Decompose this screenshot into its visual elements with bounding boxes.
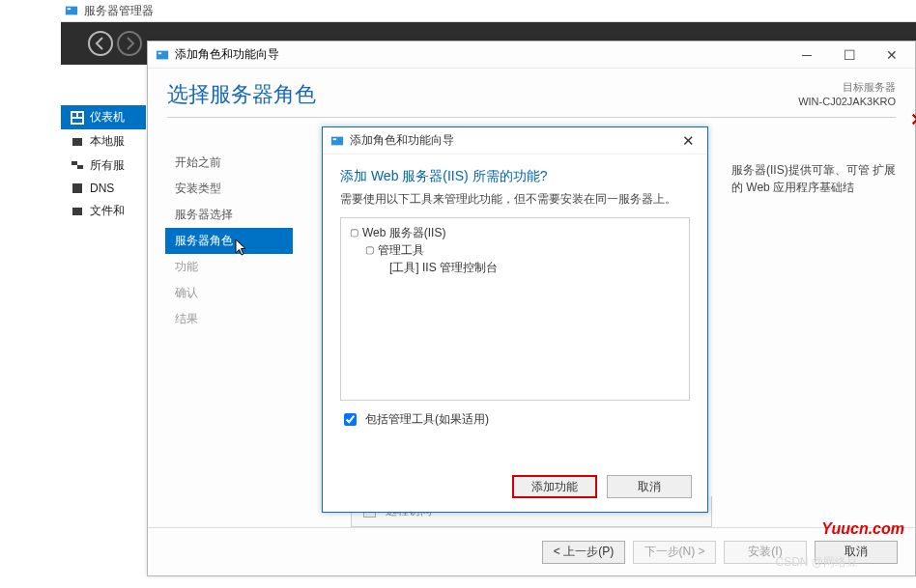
tree-expand-icon[interactable]: ▢ [364, 241, 374, 259]
step-label: 安装类型 [175, 182, 221, 195]
popup-titlebar[interactable]: 添加角色和功能向导 ✕ [323, 127, 707, 154]
popup-subtext: 需要使用以下工具来管理此功能，但不需要安装在同一服务器上。 [323, 191, 707, 217]
wizard-title: 添加角色和功能向导 [175, 46, 279, 63]
wizard-maximize-button[interactable]: ☐ [828, 42, 871, 69]
features-tree[interactable]: ▢ Web 服务器(IIS) ▢ 管理工具 [工具] IIS 管理控制台 [340, 217, 690, 401]
servers-icon [71, 159, 84, 173]
role-description: 服务器(IIS)提供可靠、可管 扩展的 Web 应用程序基础结 [731, 161, 896, 196]
step-label: 开始之前 [175, 155, 221, 169]
tree-node-label: [工具] IIS 管理控制台 [389, 259, 498, 276]
step-result: 结果 [165, 306, 293, 332]
sidebar-item-local[interactable]: 本地服 [61, 129, 146, 154]
step-label: 确认 [175, 286, 198, 299]
wizard-steps: 开始之前 安装类型 服务器选择 服务器角色 功能 确认 结果 [165, 150, 293, 332]
svg-rect-14 [158, 52, 162, 54]
wizard-target-value: WIN-CJ02JAK3KRO [798, 95, 896, 109]
wizard-header: 选择服务器角色 目标服务器 WIN-CJ02JAK3KRO [148, 69, 915, 113]
svg-point-2 [89, 32, 112, 55]
svg-rect-13 [157, 50, 168, 59]
step-server-select[interactable]: 服务器选择 [165, 202, 293, 228]
server-manager-titlebar: 服务器管理器 [61, 0, 916, 22]
sidebar-item-label: DNS [90, 182, 114, 195]
dashboard-icon [71, 111, 84, 125]
csdn-watermark: CSDN @网络豆 [775, 554, 858, 571]
wizard-heading: 选择服务器角色 [167, 80, 798, 109]
popup-cancel-button[interactable]: 取消 [607, 475, 692, 498]
svg-rect-8 [72, 138, 82, 146]
popup-close-button[interactable]: ✕ [669, 127, 707, 154]
step-before[interactable]: 开始之前 [165, 150, 293, 176]
step-label: 服务器选择 [175, 208, 233, 221]
wizard-close-button[interactable]: ✕ [871, 42, 913, 69]
include-tools-checkbox-row[interactable]: 包括管理工具(如果适用) [323, 401, 707, 429]
popup-icon [330, 134, 344, 148]
svg-rect-0 [66, 7, 77, 15]
wizard-minimize-button[interactable]: ─ [786, 42, 828, 69]
step-label: 服务器角色 [175, 234, 233, 247]
watermark: Yuucn.com [821, 520, 904, 538]
step-label: 结果 [175, 312, 198, 325]
step-confirm: 确认 [165, 280, 293, 306]
svg-rect-11 [72, 183, 82, 193]
files-icon [71, 205, 84, 218]
svg-rect-6 [78, 113, 82, 117]
tree-node[interactable]: ▢ Web 服务器(IIS) [349, 224, 681, 241]
dns-icon [71, 182, 84, 195]
nav-back-icon[interactable] [86, 29, 115, 58]
wizard-target-label: 目标服务器 [798, 80, 896, 95]
tree-node-label: 管理工具 [378, 241, 424, 259]
svg-rect-15 [331, 136, 343, 145]
svg-point-3 [118, 32, 141, 55]
sidebar-item-files[interactable]: 文件和 [61, 199, 146, 223]
prev-button[interactable]: < 上一步(P) [542, 541, 625, 564]
popup-title: 添加角色和功能向导 [350, 132, 454, 149]
server-manager-icon [65, 4, 78, 17]
svg-rect-9 [72, 161, 77, 165]
sidebar-item-dashboard[interactable]: 仪表机 [61, 105, 146, 129]
add-features-dialog: 添加角色和功能向导 ✕ 添加 Web 服务器(IIS) 所需的功能? 需要使用以… [322, 126, 708, 513]
wizard-rule: ✕ [167, 113, 896, 123]
tree-node[interactable]: ▢ 管理工具 [349, 241, 681, 259]
sidebar-item-label: 所有服 [90, 157, 125, 174]
tree-node[interactable]: [工具] IIS 管理控制台 [349, 259, 681, 276]
svg-rect-5 [72, 113, 76, 117]
step-label: 功能 [175, 260, 198, 273]
step-server-roles[interactable]: 服务器角色 [165, 228, 293, 254]
sidebar-item-label: 仪表机 [90, 109, 125, 126]
wizard-target: 目标服务器 WIN-CJ02JAK3KRO [798, 80, 896, 109]
sidebar-item-dns[interactable]: DNS [61, 178, 146, 199]
wizard-window: 添加角色和功能向导 ─ ☐ ✕ 选择服务器角色 目标服务器 WIN-CJ02JA… [147, 41, 916, 576]
wizard-icon [156, 48, 169, 62]
svg-rect-10 [77, 165, 83, 169]
server-icon [71, 135, 84, 149]
svg-rect-16 [333, 138, 337, 140]
server-manager-title: 服务器管理器 [84, 3, 154, 19]
tree-node-label: Web 服务器(IIS) [362, 224, 445, 241]
popup-heading: 添加 Web 服务器(IIS) 所需的功能? [323, 154, 707, 191]
svg-rect-7 [72, 119, 82, 123]
step-install-type[interactable]: 安装类型 [165, 176, 293, 202]
server-manager-sidebar: 仪表机 本地服 所有服 DNS 文件和 [61, 105, 146, 223]
wizard-titlebar[interactable]: 添加角色和功能向导 ─ ☐ ✕ [148, 42, 915, 69]
svg-rect-12 [72, 208, 82, 215]
include-tools-label: 包括管理工具(如果适用) [365, 411, 489, 428]
include-tools-checkbox[interactable] [344, 413, 357, 426]
nav-forward-icon[interactable] [115, 29, 144, 58]
add-features-button[interactable]: 添加功能 [512, 475, 597, 498]
error-indicator-icon: ✕ [910, 109, 916, 130]
sidebar-item-label: 文件和 [90, 203, 125, 219]
next-button: 下一步(N) > [633, 541, 716, 564]
svg-rect-1 [68, 8, 72, 10]
step-features: 功能 [165, 254, 293, 280]
sidebar-item-label: 本地服 [90, 133, 125, 150]
tree-expand-icon[interactable]: ▢ [349, 224, 358, 241]
sidebar-item-all[interactable]: 所有服 [61, 154, 146, 178]
